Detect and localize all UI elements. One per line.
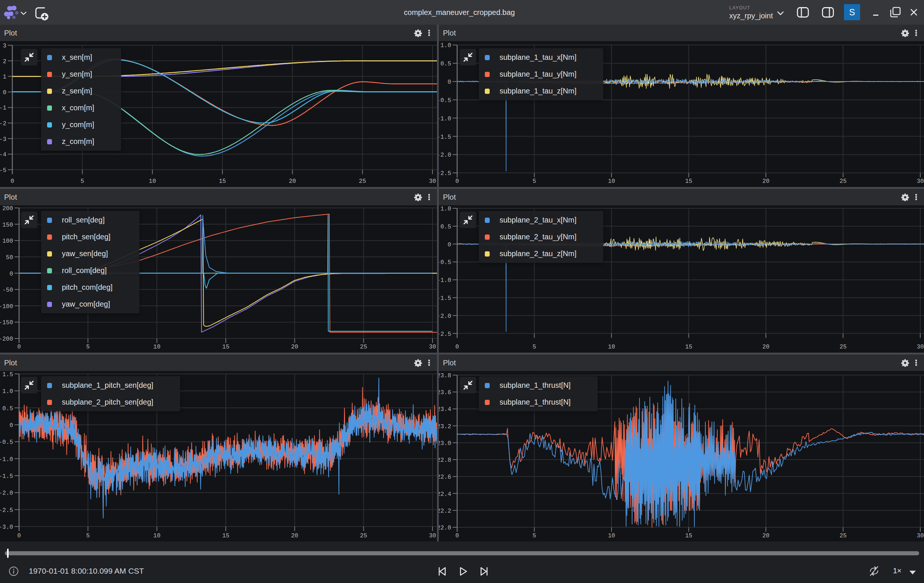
- svg-text:22.6: 22.6: [437, 474, 451, 481]
- svg-text:1.0: 1.0: [441, 42, 451, 49]
- svg-text:-2.0: -2.0: [0, 490, 13, 497]
- svg-text:-0.5: -0.5: [437, 97, 451, 104]
- svg-text:-2.5: -2.5: [437, 170, 451, 177]
- svg-text:0: 0: [455, 532, 459, 539]
- svg-text:-2.0: -2.0: [437, 313, 451, 320]
- svg-text:5: 5: [86, 532, 90, 539]
- svg-text:0: 0: [9, 271, 13, 277]
- svg-text:10: 10: [608, 344, 615, 350]
- svg-text:30: 30: [917, 532, 924, 539]
- svg-text:-0.5: -0.5: [437, 259, 451, 266]
- svg-text:-2.0: -2.0: [437, 152, 451, 159]
- svg-text:-1.0: -1.0: [437, 116, 451, 122]
- svg-text:1.0: 1.0: [2, 388, 13, 395]
- svg-text:0.5: 0.5: [2, 405, 13, 412]
- svg-text:-0.5: -0.5: [0, 439, 13, 446]
- svg-text:25: 25: [840, 532, 846, 539]
- svg-text:-1.5: -1.5: [0, 473, 13, 480]
- svg-text:15: 15: [685, 178, 692, 185]
- svg-text:20: 20: [291, 532, 298, 539]
- svg-text:5: 5: [86, 344, 90, 350]
- svg-text:23.4: 23.4: [437, 406, 451, 413]
- svg-text:30: 30: [917, 344, 924, 350]
- svg-text:0: 0: [9, 422, 13, 429]
- svg-text:150: 150: [2, 222, 13, 228]
- svg-text:25: 25: [360, 344, 367, 350]
- svg-text:10: 10: [149, 178, 156, 185]
- svg-text:23.0: 23.0: [437, 440, 451, 447]
- svg-text:-2.5: -2.5: [437, 331, 451, 338]
- svg-text:20: 20: [762, 532, 769, 539]
- svg-text:20: 20: [762, 344, 769, 350]
- svg-text:20: 20: [291, 344, 298, 350]
- svg-text:200: 200: [2, 205, 13, 212]
- svg-text:10: 10: [153, 344, 160, 350]
- svg-text:5: 5: [533, 178, 536, 185]
- svg-text:15: 15: [685, 532, 692, 539]
- svg-text:15: 15: [219, 178, 226, 185]
- svg-text:22.0: 22.0: [437, 525, 451, 532]
- svg-text:23.6: 23.6: [437, 389, 451, 396]
- svg-text:-5: -5: [0, 167, 7, 174]
- svg-text:22.4: 22.4: [437, 491, 451, 498]
- svg-text:23.8: 23.8: [437, 372, 451, 379]
- svg-text:50: 50: [6, 254, 13, 261]
- svg-text:-100: -100: [0, 303, 13, 310]
- svg-text:0: 0: [455, 178, 459, 185]
- svg-text:100: 100: [2, 238, 13, 244]
- svg-text:10: 10: [608, 532, 615, 539]
- svg-text:-3.0: -3.0: [0, 524, 13, 531]
- svg-text:0.5: 0.5: [441, 61, 451, 67]
- svg-text:1: 1: [3, 74, 7, 80]
- svg-text:0: 0: [455, 344, 459, 350]
- svg-text:10: 10: [608, 178, 615, 185]
- svg-text:30: 30: [429, 178, 436, 185]
- svg-text:30: 30: [429, 532, 436, 539]
- svg-text:1.0: 1.0: [441, 206, 451, 212]
- svg-text:3: 3: [3, 43, 7, 50]
- svg-text:-1: -1: [0, 105, 7, 111]
- svg-text:0: 0: [10, 178, 14, 185]
- svg-text:0: 0: [17, 532, 21, 539]
- svg-text:20: 20: [289, 178, 296, 185]
- svg-text:2: 2: [3, 58, 7, 65]
- svg-text:0: 0: [3, 89, 7, 96]
- svg-text:0: 0: [447, 79, 451, 86]
- svg-text:30: 30: [917, 178, 924, 185]
- svg-text:25: 25: [359, 178, 366, 185]
- svg-text:-200: -200: [0, 336, 13, 342]
- svg-text:-3: -3: [0, 136, 7, 143]
- svg-text:-50: -50: [2, 287, 13, 294]
- svg-text:-150: -150: [0, 319, 13, 326]
- svg-text:30: 30: [429, 344, 436, 350]
- svg-text:15: 15: [222, 344, 229, 350]
- svg-text:25: 25: [360, 532, 367, 539]
- svg-text:-1.0: -1.0: [437, 277, 451, 284]
- svg-text:22.2: 22.2: [437, 508, 451, 515]
- svg-text:22.8: 22.8: [437, 457, 451, 464]
- svg-text:5: 5: [80, 178, 84, 185]
- svg-text:5: 5: [533, 532, 536, 539]
- svg-text:23.2: 23.2: [437, 423, 451, 430]
- svg-text:1.5: 1.5: [2, 372, 13, 378]
- svg-text:-1.0: -1.0: [0, 456, 13, 463]
- svg-text:25: 25: [840, 178, 846, 185]
- svg-text:25: 25: [840, 344, 846, 350]
- svg-text:0.5: 0.5: [441, 224, 451, 230]
- svg-text:-4: -4: [0, 152, 7, 158]
- svg-text:-2.5: -2.5: [0, 507, 13, 514]
- svg-text:0: 0: [447, 241, 451, 248]
- svg-text:-1.5: -1.5: [437, 134, 451, 140]
- svg-text:-1.5: -1.5: [437, 295, 451, 302]
- svg-text:0: 0: [17, 344, 21, 350]
- svg-text:20: 20: [762, 178, 769, 185]
- svg-text:-2: -2: [0, 121, 7, 127]
- svg-text:5: 5: [533, 344, 536, 350]
- svg-text:15: 15: [685, 344, 692, 350]
- svg-text:15: 15: [222, 532, 229, 539]
- svg-text:10: 10: [153, 532, 160, 539]
